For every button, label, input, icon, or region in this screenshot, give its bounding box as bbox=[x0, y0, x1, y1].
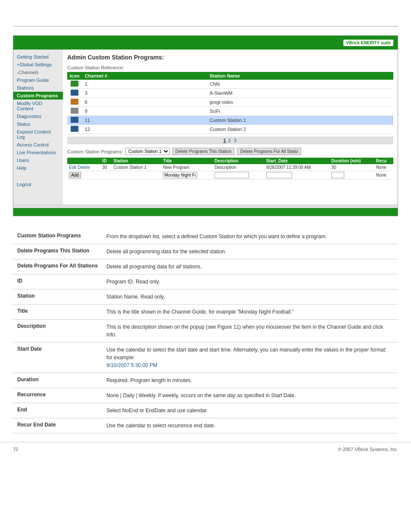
add-program-btn[interactable]: Add bbox=[69, 172, 81, 178]
def-title: This is the title shown in the Channel G… bbox=[102, 305, 398, 320]
table-row[interactable]: 9 SciFi bbox=[67, 107, 393, 116]
icon-cell bbox=[67, 107, 82, 116]
page-1[interactable]: 1 bbox=[223, 138, 226, 143]
col-header-description: Description bbox=[213, 158, 265, 164]
station-name-cell: Custom Station 1 bbox=[207, 116, 393, 125]
sidebar-item-help[interactable]: Help bbox=[13, 164, 63, 172]
icon-cell bbox=[67, 125, 82, 134]
date-input[interactable] bbox=[266, 172, 292, 178]
desc-row: End Select NoEnd or EndDate and use cale… bbox=[13, 403, 398, 418]
term-end: End bbox=[13, 403, 102, 418]
def-duration: Required. Program length in minutes. bbox=[102, 373, 398, 388]
desc-row: Duration Required. Program length in min… bbox=[13, 373, 398, 388]
def-delete-this: Delete all programming data for the sele… bbox=[102, 244, 398, 259]
table-row[interactable]: 11 Custom Station 1 bbox=[67, 116, 393, 125]
table-row[interactable]: 12 Custom Station 2 bbox=[67, 125, 393, 134]
content-area: Admin Custom Station Programs: Custom St… bbox=[63, 50, 398, 205]
sidebar-item-users[interactable]: Users bbox=[13, 156, 63, 164]
desc-row: Description This is the description show… bbox=[13, 320, 398, 342]
col-header-duration: Duration (min) bbox=[330, 158, 374, 164]
term-custom-station-programs: Custom Station Programs bbox=[13, 229, 102, 244]
desc-input[interactable] bbox=[215, 172, 249, 178]
col-header-recurrence: Recu bbox=[374, 158, 393, 164]
table-row[interactable]: 3 A-StanWM bbox=[67, 89, 393, 98]
edit-link[interactable]: Edit bbox=[69, 165, 76, 170]
col-header-actions bbox=[67, 158, 100, 164]
description-table: Custom Station Programs From the dropdow… bbox=[13, 229, 398, 433]
term-start-date: Start Date bbox=[13, 342, 102, 373]
sidebar-item-access-control[interactable]: Access Control bbox=[13, 141, 63, 149]
term-id: ID bbox=[13, 274, 102, 289]
channel-cell: 11 bbox=[82, 116, 207, 125]
desc-row: Start Date Use the calendar to select th… bbox=[13, 342, 398, 373]
page-2[interactable]: 2 bbox=[228, 138, 230, 143]
page-3[interactable]: 3 bbox=[234, 138, 237, 143]
title-cell: New Program bbox=[161, 164, 213, 171]
channel-cell: 3 bbox=[82, 89, 207, 98]
sidebar-item-status[interactable]: Status bbox=[13, 120, 63, 128]
desc-row: Title This is the title shown in the Cha… bbox=[13, 305, 398, 320]
delete-station-btn[interactable]: Delete Programs This Station bbox=[172, 148, 234, 155]
term-delete-this: Delete Programs This Station bbox=[13, 244, 102, 259]
col-header-id: ID bbox=[100, 158, 112, 164]
copyright: © 2007 VBrick Systems, Inc. bbox=[338, 447, 398, 452]
col-header-channel: Channel # bbox=[82, 72, 207, 80]
screenshot-panel: VBrick ENERITY suite Getting Started +Gl… bbox=[13, 35, 398, 216]
new-station-cell bbox=[112, 171, 161, 180]
term-title: Title bbox=[13, 305, 102, 320]
def-end: Select NoEnd or EndDate and use calendar… bbox=[102, 403, 398, 418]
desc-row: Recur End Date Use the calendar to selec… bbox=[13, 418, 398, 433]
page-title: Admin Custom Station Programs: bbox=[67, 54, 393, 61]
station-icon bbox=[71, 90, 78, 96]
programs-label: Custom Station Programs: bbox=[67, 149, 123, 154]
sidebar-item-program-guide[interactable]: Program Guide bbox=[13, 76, 63, 84]
station-ref-label: Custom Station Reference: bbox=[67, 65, 393, 70]
duration-input[interactable] bbox=[331, 172, 344, 178]
def-start-date: Use the calendar to select the start dat… bbox=[102, 342, 398, 373]
icon-cell bbox=[67, 80, 82, 89]
footer: 72 © 2007 VBrick Systems, Inc. bbox=[0, 442, 411, 456]
id-cell: 30 bbox=[100, 164, 112, 171]
panel-body: Getting Started +Global Settings -Channe… bbox=[13, 50, 398, 205]
sidebar-item-live-presentations[interactable]: Live Presentations bbox=[13, 149, 63, 156]
programs-table: ID Station Title Description Start_Date … bbox=[67, 158, 393, 180]
desc-row: Recurrence None | Daily | Weekly. If wee… bbox=[13, 388, 398, 403]
new-title-cell bbox=[161, 171, 213, 180]
term-delete-all: Delete Programs For All Stations bbox=[13, 259, 102, 274]
term-station: Station bbox=[13, 289, 102, 305]
vbrick-logo: VBrick ENERITY suite bbox=[343, 40, 393, 46]
channel-cell: 12 bbox=[82, 125, 207, 134]
desc-row: Delete Programs For All Stations Delete … bbox=[13, 259, 398, 274]
sidebar-item-modify-vod[interactable]: Modify VOD Content bbox=[13, 100, 63, 112]
delete-link[interactable]: Delete bbox=[78, 165, 90, 170]
def-id: Program ID. Read only. bbox=[102, 274, 398, 289]
title-input[interactable] bbox=[163, 172, 197, 178]
table-row[interactable]: 6 gregt video bbox=[67, 98, 393, 107]
sidebar-item-custom-programs[interactable]: Custom Programs bbox=[13, 92, 63, 100]
new-recurrence-cell: None bbox=[374, 171, 393, 180]
main-wrapper: VBrick ENERITY suite Getting Started +Gl… bbox=[13, 35, 398, 433]
station-icon bbox=[71, 126, 78, 132]
sidebar: Getting Started +Global Settings -Channe… bbox=[13, 50, 63, 205]
duration-cell: 30 bbox=[330, 164, 374, 171]
station-icon bbox=[71, 108, 78, 114]
col-header-start-date: Start_Date bbox=[265, 158, 330, 164]
desc-row: Station Station Name. Read only. bbox=[13, 289, 398, 305]
station-icon bbox=[71, 99, 78, 105]
def-delete-all: Delete all programing data for all stati… bbox=[102, 259, 398, 274]
delete-all-btn[interactable]: Delete Programs For All Statio bbox=[237, 148, 301, 155]
sidebar-item-global-settings[interactable]: +Global Settings bbox=[13, 61, 63, 68]
sidebar-item-expired-content[interactable]: Expired Content Log bbox=[13, 128, 63, 141]
sidebar-item-getting-started[interactable]: Getting Started bbox=[13, 53, 63, 61]
desc-row: ID Program ID. Read only. bbox=[13, 274, 398, 289]
table-row[interactable]: 1 CNN bbox=[67, 80, 393, 89]
sidebar-logout[interactable]: Logout bbox=[13, 180, 63, 188]
col-header-station: Station Name bbox=[207, 72, 393, 80]
station-dropdown[interactable]: Custom Station 1 Custom Station 2 bbox=[125, 148, 170, 155]
new-duration-cell bbox=[330, 171, 374, 180]
sidebar-item-stations[interactable]: Stations bbox=[13, 84, 63, 92]
new-id-cell bbox=[100, 171, 112, 180]
sidebar-item-diagnostics[interactable]: Diagnostics bbox=[13, 112, 63, 120]
col-header-icon: Icon bbox=[67, 72, 82, 80]
program-row: Edit Delete 30 Custom Station 1 New Prog… bbox=[67, 164, 393, 171]
